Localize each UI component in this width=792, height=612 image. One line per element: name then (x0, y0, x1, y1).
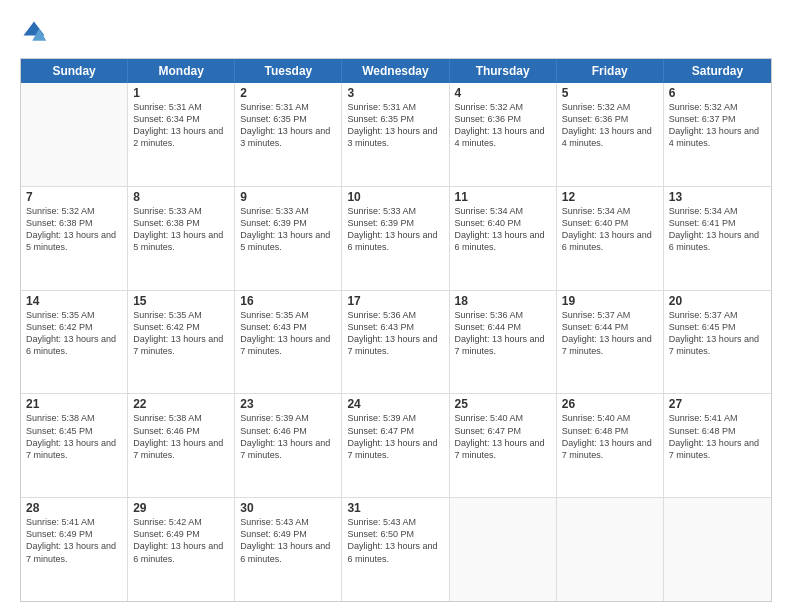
day-info: Sunrise: 5:31 AM Sunset: 6:35 PM Dayligh… (347, 101, 443, 150)
day-cell-20: 20Sunrise: 5:37 AM Sunset: 6:45 PM Dayli… (664, 291, 771, 394)
day-header-saturday: Saturday (664, 59, 771, 83)
day-info: Sunrise: 5:33 AM Sunset: 6:39 PM Dayligh… (240, 205, 336, 254)
day-number: 11 (455, 190, 551, 204)
day-number: 29 (133, 501, 229, 515)
day-number: 3 (347, 86, 443, 100)
empty-cell (21, 83, 128, 186)
day-cell-21: 21Sunrise: 5:38 AM Sunset: 6:45 PM Dayli… (21, 394, 128, 497)
day-info: Sunrise: 5:36 AM Sunset: 6:44 PM Dayligh… (455, 309, 551, 358)
day-cell-28: 28Sunrise: 5:41 AM Sunset: 6:49 PM Dayli… (21, 498, 128, 601)
day-info: Sunrise: 5:33 AM Sunset: 6:39 PM Dayligh… (347, 205, 443, 254)
day-cell-6: 6Sunrise: 5:32 AM Sunset: 6:37 PM Daylig… (664, 83, 771, 186)
day-number: 27 (669, 397, 766, 411)
day-header-monday: Monday (128, 59, 235, 83)
day-info: Sunrise: 5:40 AM Sunset: 6:48 PM Dayligh… (562, 412, 658, 461)
day-cell-12: 12Sunrise: 5:34 AM Sunset: 6:40 PM Dayli… (557, 187, 664, 290)
calendar-week-2: 7Sunrise: 5:32 AM Sunset: 6:38 PM Daylig… (21, 187, 771, 291)
day-cell-5: 5Sunrise: 5:32 AM Sunset: 6:36 PM Daylig… (557, 83, 664, 186)
day-cell-8: 8Sunrise: 5:33 AM Sunset: 6:38 PM Daylig… (128, 187, 235, 290)
day-info: Sunrise: 5:32 AM Sunset: 6:38 PM Dayligh… (26, 205, 122, 254)
day-number: 4 (455, 86, 551, 100)
day-header-friday: Friday (557, 59, 664, 83)
day-number: 21 (26, 397, 122, 411)
day-cell-19: 19Sunrise: 5:37 AM Sunset: 6:44 PM Dayli… (557, 291, 664, 394)
logo (20, 18, 52, 46)
day-number: 31 (347, 501, 443, 515)
day-info: Sunrise: 5:35 AM Sunset: 6:42 PM Dayligh… (133, 309, 229, 358)
day-number: 9 (240, 190, 336, 204)
day-cell-13: 13Sunrise: 5:34 AM Sunset: 6:41 PM Dayli… (664, 187, 771, 290)
day-info: Sunrise: 5:33 AM Sunset: 6:38 PM Dayligh… (133, 205, 229, 254)
day-cell-3: 3Sunrise: 5:31 AM Sunset: 6:35 PM Daylig… (342, 83, 449, 186)
header (20, 18, 772, 46)
day-number: 22 (133, 397, 229, 411)
empty-cell (450, 498, 557, 601)
day-info: Sunrise: 5:36 AM Sunset: 6:43 PM Dayligh… (347, 309, 443, 358)
calendar-week-4: 21Sunrise: 5:38 AM Sunset: 6:45 PM Dayli… (21, 394, 771, 498)
day-info: Sunrise: 5:32 AM Sunset: 6:36 PM Dayligh… (562, 101, 658, 150)
day-info: Sunrise: 5:42 AM Sunset: 6:49 PM Dayligh… (133, 516, 229, 565)
day-cell-24: 24Sunrise: 5:39 AM Sunset: 6:47 PM Dayli… (342, 394, 449, 497)
day-number: 15 (133, 294, 229, 308)
day-header-tuesday: Tuesday (235, 59, 342, 83)
day-info: Sunrise: 5:39 AM Sunset: 6:47 PM Dayligh… (347, 412, 443, 461)
day-info: Sunrise: 5:32 AM Sunset: 6:37 PM Dayligh… (669, 101, 766, 150)
calendar-week-1: 1Sunrise: 5:31 AM Sunset: 6:34 PM Daylig… (21, 83, 771, 187)
page: SundayMondayTuesdayWednesdayThursdayFrid… (0, 0, 792, 612)
day-header-wednesday: Wednesday (342, 59, 449, 83)
calendar: SundayMondayTuesdayWednesdayThursdayFrid… (20, 58, 772, 602)
day-number: 30 (240, 501, 336, 515)
day-info: Sunrise: 5:43 AM Sunset: 6:50 PM Dayligh… (347, 516, 443, 565)
day-number: 26 (562, 397, 658, 411)
day-info: Sunrise: 5:39 AM Sunset: 6:46 PM Dayligh… (240, 412, 336, 461)
day-cell-7: 7Sunrise: 5:32 AM Sunset: 6:38 PM Daylig… (21, 187, 128, 290)
day-info: Sunrise: 5:34 AM Sunset: 6:40 PM Dayligh… (455, 205, 551, 254)
day-cell-22: 22Sunrise: 5:38 AM Sunset: 6:46 PM Dayli… (128, 394, 235, 497)
day-info: Sunrise: 5:31 AM Sunset: 6:35 PM Dayligh… (240, 101, 336, 150)
day-cell-11: 11Sunrise: 5:34 AM Sunset: 6:40 PM Dayli… (450, 187, 557, 290)
day-cell-10: 10Sunrise: 5:33 AM Sunset: 6:39 PM Dayli… (342, 187, 449, 290)
day-number: 25 (455, 397, 551, 411)
day-cell-9: 9Sunrise: 5:33 AM Sunset: 6:39 PM Daylig… (235, 187, 342, 290)
day-info: Sunrise: 5:41 AM Sunset: 6:48 PM Dayligh… (669, 412, 766, 461)
day-number: 6 (669, 86, 766, 100)
day-number: 16 (240, 294, 336, 308)
day-cell-26: 26Sunrise: 5:40 AM Sunset: 6:48 PM Dayli… (557, 394, 664, 497)
empty-cell (557, 498, 664, 601)
day-info: Sunrise: 5:34 AM Sunset: 6:40 PM Dayligh… (562, 205, 658, 254)
day-cell-23: 23Sunrise: 5:39 AM Sunset: 6:46 PM Dayli… (235, 394, 342, 497)
day-number: 18 (455, 294, 551, 308)
calendar-header: SundayMondayTuesdayWednesdayThursdayFrid… (21, 59, 771, 83)
day-cell-25: 25Sunrise: 5:40 AM Sunset: 6:47 PM Dayli… (450, 394, 557, 497)
day-number: 13 (669, 190, 766, 204)
calendar-week-3: 14Sunrise: 5:35 AM Sunset: 6:42 PM Dayli… (21, 291, 771, 395)
day-number: 28 (26, 501, 122, 515)
day-number: 12 (562, 190, 658, 204)
day-number: 10 (347, 190, 443, 204)
calendar-week-5: 28Sunrise: 5:41 AM Sunset: 6:49 PM Dayli… (21, 498, 771, 601)
day-info: Sunrise: 5:38 AM Sunset: 6:45 PM Dayligh… (26, 412, 122, 461)
day-cell-15: 15Sunrise: 5:35 AM Sunset: 6:42 PM Dayli… (128, 291, 235, 394)
day-header-thursday: Thursday (450, 59, 557, 83)
day-cell-18: 18Sunrise: 5:36 AM Sunset: 6:44 PM Dayli… (450, 291, 557, 394)
day-cell-31: 31Sunrise: 5:43 AM Sunset: 6:50 PM Dayli… (342, 498, 449, 601)
day-number: 19 (562, 294, 658, 308)
day-info: Sunrise: 5:35 AM Sunset: 6:43 PM Dayligh… (240, 309, 336, 358)
day-info: Sunrise: 5:37 AM Sunset: 6:45 PM Dayligh… (669, 309, 766, 358)
day-number: 2 (240, 86, 336, 100)
day-cell-16: 16Sunrise: 5:35 AM Sunset: 6:43 PM Dayli… (235, 291, 342, 394)
calendar-body: 1Sunrise: 5:31 AM Sunset: 6:34 PM Daylig… (21, 83, 771, 601)
day-info: Sunrise: 5:34 AM Sunset: 6:41 PM Dayligh… (669, 205, 766, 254)
day-cell-29: 29Sunrise: 5:42 AM Sunset: 6:49 PM Dayli… (128, 498, 235, 601)
day-header-sunday: Sunday (21, 59, 128, 83)
day-cell-17: 17Sunrise: 5:36 AM Sunset: 6:43 PM Dayli… (342, 291, 449, 394)
day-cell-14: 14Sunrise: 5:35 AM Sunset: 6:42 PM Dayli… (21, 291, 128, 394)
day-number: 1 (133, 86, 229, 100)
day-info: Sunrise: 5:32 AM Sunset: 6:36 PM Dayligh… (455, 101, 551, 150)
day-number: 8 (133, 190, 229, 204)
day-info: Sunrise: 5:43 AM Sunset: 6:49 PM Dayligh… (240, 516, 336, 565)
day-cell-4: 4Sunrise: 5:32 AM Sunset: 6:36 PM Daylig… (450, 83, 557, 186)
day-number: 14 (26, 294, 122, 308)
day-info: Sunrise: 5:37 AM Sunset: 6:44 PM Dayligh… (562, 309, 658, 358)
day-number: 17 (347, 294, 443, 308)
